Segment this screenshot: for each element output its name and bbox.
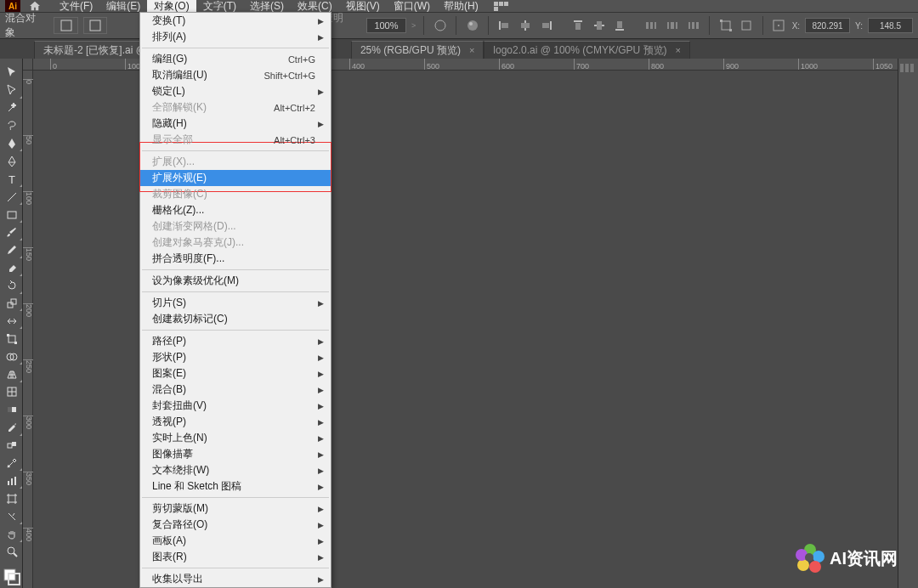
- submenu-arrow-icon: ▶: [318, 466, 324, 475]
- menu-item[interactable]: 编组(G)Ctrl+G: [140, 51, 331, 67]
- menu-item-label: 变换(T): [152, 14, 185, 28]
- align-bottom-icon[interactable]: [612, 17, 628, 34]
- menu-file[interactable]: 文件(F): [53, 0, 99, 14]
- menu-item[interactable]: 透视(P)▶: [140, 414, 331, 430]
- menu-item[interactable]: 锁定(L)▶: [140, 83, 331, 99]
- align-right-icon[interactable]: [539, 17, 555, 34]
- menu-item[interactable]: 扩展外观(E): [140, 170, 331, 186]
- free-transform-tool[interactable]: [0, 330, 23, 348]
- menu-item[interactable]: 栅格化(Z)...: [140, 202, 331, 218]
- menu-item[interactable]: 图案(E)▶: [140, 365, 331, 382]
- menu-item[interactable]: 形状(P)▶: [140, 349, 331, 365]
- menu-item[interactable]: Line 和 Sketch 图稿▶: [140, 478, 331, 495]
- menu-item[interactable]: 创建裁切标记(C): [140, 311, 331, 327]
- mesh-tool[interactable]: [0, 383, 23, 401]
- pencil-tool[interactable]: [0, 241, 23, 259]
- gradient-tool[interactable]: [0, 401, 23, 419]
- selection-tool[interactable]: [0, 64, 23, 82]
- x-value[interactable]: 820.291: [805, 18, 850, 33]
- menu-separator: [142, 150, 329, 151]
- close-icon[interactable]: ×: [676, 45, 681, 55]
- y-value[interactable]: 148.5: [868, 18, 913, 33]
- eraser-tool[interactable]: [0, 259, 23, 277]
- menu-item[interactable]: 文本绕排(W)▶: [140, 462, 331, 478]
- style-icon[interactable]: [432, 17, 448, 34]
- close-icon[interactable]: ×: [469, 45, 474, 55]
- opacity-value[interactable]: 100%: [366, 18, 406, 33]
- fill-dropdown[interactable]: [54, 17, 77, 34]
- align-hcenter-icon[interactable]: [518, 17, 534, 34]
- hdist-left-icon[interactable]: [643, 17, 660, 34]
- hdist-center-icon[interactable]: [664, 17, 680, 34]
- menu-help[interactable]: 帮助(H): [437, 0, 485, 14]
- menu-item[interactable]: 拼合透明度(F)...: [140, 251, 331, 267]
- menu-item[interactable]: 图像描摹▶: [140, 446, 331, 462]
- artboard-tool[interactable]: [0, 489, 23, 507]
- menu-item[interactable]: 收集以导出▶: [140, 571, 331, 587]
- menu-item[interactable]: 剪切蒙版(M)▶: [140, 500, 331, 517]
- svg-rect-22: [676, 22, 677, 29]
- svg-rect-39: [14, 342, 17, 344]
- menu-item[interactable]: 复合路径(O)▶: [140, 517, 331, 533]
- workspace-switcher-icon[interactable]: [494, 1, 511, 11]
- pen-tool[interactable]: [0, 135, 23, 153]
- column-graph-tool[interactable]: [0, 472, 23, 489]
- tab-label: logo2.0.ai @ 100% (CMYK/GPU 预览): [493, 43, 666, 58]
- align-top-icon[interactable]: [570, 17, 586, 34]
- menu-item: 创建对象马赛克(J)...: [140, 235, 331, 251]
- menu-item[interactable]: 实时上色(N)▶: [140, 430, 331, 446]
- symbol-sprayer-tool[interactable]: [0, 455, 23, 472]
- menu-item[interactable]: 图表(R)▶: [140, 549, 331, 565]
- isolate-icon[interactable]: [739, 17, 755, 34]
- stroke-dropdown[interactable]: [83, 17, 107, 34]
- rotate-tool[interactable]: [0, 277, 23, 295]
- tab-doc-2[interactable]: 25% (RGB/GPU 预览)×: [351, 41, 484, 59]
- zoom-tool[interactable]: [0, 543, 23, 561]
- menu-item-label: 隐藏(H): [152, 116, 187, 131]
- blend-tool[interactable]: [0, 437, 23, 455]
- menu-item[interactable]: 封套扭曲(V)▶: [140, 398, 331, 414]
- line-tool[interactable]: [0, 188, 23, 206]
- panel-dock[interactable]: [898, 59, 918, 588]
- shape-builder-tool[interactable]: [0, 348, 23, 365]
- menu-item[interactable]: 混合(B)▶: [140, 382, 331, 398]
- direct-selection-tool[interactable]: [0, 82, 23, 99]
- menu-window[interactable]: 窗口(W): [387, 0, 437, 14]
- vertical-ruler[interactable]: 050100150200250300350400: [23, 71, 33, 588]
- transform-icon[interactable]: [717, 17, 734, 34]
- fill-stroke-swatch[interactable]: [0, 566, 23, 588]
- menu-item[interactable]: 设为像素级优化(M): [140, 273, 331, 289]
- rectangle-tool[interactable]: [0, 206, 23, 223]
- slice-tool[interactable]: [0, 507, 23, 525]
- ruler-origin[interactable]: [23, 59, 33, 71]
- tab-doc-3[interactable]: logo2.0.ai @ 100% (CMYK/GPU 预览)×: [484, 41, 690, 59]
- hand-tool[interactable]: [0, 525, 23, 543]
- menu-item-label: 形状(P): [152, 350, 186, 365]
- menu-item-label: 收集以导出: [152, 572, 203, 586]
- type-tool[interactable]: T: [0, 170, 23, 188]
- menu-item-label: 切片(S): [152, 296, 186, 310]
- menu-item[interactable]: 排列(A)▶: [140, 29, 331, 45]
- scale-tool[interactable]: [0, 295, 23, 313]
- menu-item-label: 图像描摹: [152, 447, 193, 461]
- magic-wand-tool[interactable]: [0, 99, 23, 117]
- menu-item[interactable]: 隐藏(H)▶: [140, 116, 331, 132]
- align-vcenter-icon[interactable]: [591, 17, 607, 34]
- lasso-tool[interactable]: [0, 117, 23, 135]
- width-tool[interactable]: [0, 312, 23, 330]
- menu-item[interactable]: 路径(P)▶: [140, 333, 331, 349]
- perspective-grid-tool[interactable]: [0, 365, 23, 383]
- anchor-icon[interactable]: [771, 17, 787, 34]
- curvature-tool[interactable]: [0, 152, 23, 170]
- recolor-icon[interactable]: [464, 17, 480, 34]
- menu-item[interactable]: 取消编组(U)Shift+Ctrl+G: [140, 67, 331, 83]
- home-icon[interactable]: [29, 1, 41, 11]
- svg-rect-5: [499, 21, 501, 30]
- hdist-right-icon[interactable]: [685, 17, 701, 34]
- menu-item[interactable]: 切片(S)▶: [140, 295, 331, 311]
- menu-item[interactable]: 变换(T)▶: [140, 13, 331, 29]
- menu-item[interactable]: 画板(A)▶: [140, 533, 331, 549]
- align-left-icon[interactable]: [496, 17, 513, 34]
- paintbrush-tool[interactable]: [0, 223, 23, 241]
- eyedropper-tool[interactable]: [0, 419, 23, 437]
